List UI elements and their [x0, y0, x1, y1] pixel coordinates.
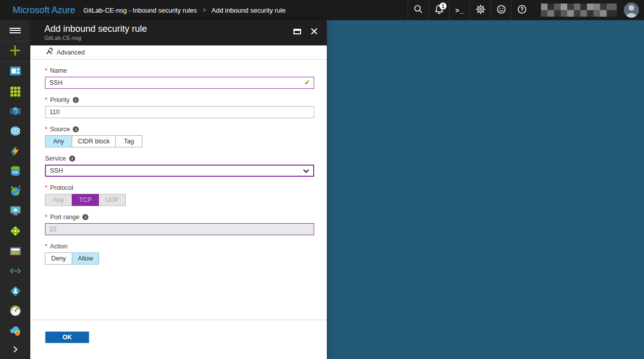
virtual-network-icon: [9, 265, 22, 279]
tools-icon: [45, 47, 53, 57]
breadcrumb-separator: >: [203, 7, 206, 14]
protocol-toggle: Any TCP UDP: [45, 194, 314, 206]
sidebar-item-virtual-networks[interactable]: [0, 262, 30, 282]
vm-monitor-icon: [9, 204, 22, 219]
source-info-icon[interactable]: i: [73, 126, 79, 132]
gear-icon: [475, 4, 486, 17]
maximize-icon[interactable]: [293, 29, 301, 34]
notifications-button[interactable]: 1: [428, 0, 449, 20]
required-marker: *: [45, 96, 47, 104]
cloud-shell-button[interactable]: >_: [449, 0, 470, 20]
sql-database-icon: SQL: [9, 165, 22, 179]
sidebar-item-app-services[interactable]: [0, 122, 30, 142]
required-marker: *: [45, 214, 47, 221]
portal-backdrop: [327, 20, 644, 359]
protocol-option-udp: UDP: [98, 194, 126, 206]
search-icon: [413, 4, 423, 16]
priority-input[interactable]: [45, 106, 314, 118]
sidebar-item-all-resources[interactable]: [0, 82, 30, 102]
load-balancer-icon: [9, 225, 22, 239]
action-label: Action: [50, 243, 68, 250]
plus-icon: [9, 44, 22, 59]
action-field-group: * Action Deny Allow: [45, 243, 314, 265]
advisor-cloud-icon: [9, 325, 22, 339]
priority-field-group: * Priority i: [45, 96, 314, 118]
breadcrumb-parent[interactable]: GitLab-CE-nsg - Inbound security rules: [83, 7, 197, 14]
source-option-cidr-block[interactable]: CIDR block: [72, 135, 116, 147]
help-button[interactable]: ?: [511, 0, 532, 20]
chevron-right-icon: [11, 345, 20, 356]
service-info-icon[interactable]: i: [69, 156, 75, 162]
sidebar-item-active-directory[interactable]: [0, 282, 30, 302]
grid-icon: [9, 85, 21, 99]
sidebar-item-menu[interactable]: [0, 20, 30, 41]
source-option-tag[interactable]: Tag: [115, 135, 142, 147]
required-marker: *: [45, 184, 47, 191]
action-option-allow[interactable]: Allow: [72, 252, 99, 265]
sidebar-item-cosmos-db[interactable]: [0, 182, 30, 202]
search-button[interactable]: [408, 0, 428, 20]
svg-text:SQL: SQL: [12, 171, 19, 174]
required-marker: *: [45, 243, 47, 250]
avatar-person-icon: [629, 5, 634, 11]
sidebar-item-function-apps[interactable]: [0, 142, 30, 162]
svg-text:?: ?: [520, 6, 523, 12]
name-label: Name: [50, 67, 67, 74]
sidebar-expand-button[interactable]: [0, 342, 30, 359]
protocol-label: Protocol: [50, 184, 73, 191]
breadcrumb: GitLab-CE-nsg - Inbound security rules >…: [83, 7, 285, 14]
protocol-field-group: * Protocol Any TCP UDP: [45, 184, 314, 206]
sidebar-item-advisor[interactable]: [0, 322, 30, 342]
sidebar-item-resource-groups[interactable]: [0, 102, 30, 122]
sidebar-item-storage-accounts[interactable]: [0, 242, 30, 262]
service-selected-value: SSH: [50, 167, 63, 174]
blade-form: * Name ✓ * Priority i * So: [30, 60, 327, 320]
sidebar-item-dashboard[interactable]: [0, 62, 30, 82]
close-icon[interactable]: [311, 28, 318, 35]
hamburger-icon: [10, 26, 21, 34]
port-range-field-group: * Port range i: [45, 214, 314, 235]
valid-check-icon: ✓: [304, 79, 310, 86]
cube-brackets-icon: [9, 105, 22, 120]
source-field-group: * Source i Any CIDR block Tag: [45, 126, 314, 147]
name-field-group: * Name ✓: [45, 67, 314, 89]
help-icon: ?: [517, 4, 527, 17]
advanced-button[interactable]: Advanced: [30, 45, 327, 60]
source-toggle: Any CIDR block Tag: [45, 135, 314, 147]
azure-logo[interactable]: Microsoft Azure: [0, 5, 75, 16]
sidebar-item-load-balancers[interactable]: [0, 222, 30, 242]
priority-label: Priority: [50, 96, 70, 104]
avatar[interactable]: [624, 3, 639, 18]
feedback-button[interactable]: [490, 0, 511, 20]
port-range-info-icon[interactable]: i: [82, 214, 88, 220]
sidebar-item-virtual-machines[interactable]: [0, 202, 30, 222]
required-marker: *: [45, 67, 47, 74]
settings-button[interactable]: [470, 0, 490, 20]
source-label: Source: [50, 126, 70, 133]
priority-info-icon[interactable]: i: [73, 97, 79, 103]
name-input[interactable]: [45, 77, 314, 89]
blade-subtitle: GitLab-CE-nsg: [44, 35, 327, 41]
ok-button[interactable]: OK: [45, 331, 89, 343]
service-field-group: Service i SSH: [45, 155, 314, 177]
source-option-any[interactable]: Any: [45, 135, 72, 147]
sidebar-item-sql-databases[interactable]: SQL: [0, 162, 30, 182]
topbar: Microsoft Azure GitLab-CE-nsg - Inbound …: [0, 0, 644, 20]
breadcrumb-current: Add inbound security rule: [212, 7, 286, 14]
backdrop-edge: [327, 20, 330, 359]
service-select[interactable]: SSH: [45, 165, 314, 177]
sidebar-item-monitor[interactable]: [0, 302, 30, 322]
port-range-input: [45, 223, 314, 235]
action-option-deny[interactable]: Deny: [45, 252, 72, 265]
storage-icon: [9, 245, 22, 260]
sidebar-item-create-resource[interactable]: [0, 41, 30, 63]
protocol-option-any: Any: [45, 194, 72, 206]
lightning-icon: [9, 145, 22, 160]
topbar-actions: 1 >_: [408, 0, 644, 20]
main-area: SQL: [0, 20, 644, 359]
gauge-icon: [9, 304, 22, 319]
service-label: Service: [45, 155, 66, 162]
blade-header: Add inbound security rule GitLab-CE-nsg: [30, 20, 327, 45]
redacted-user-info: [541, 4, 617, 17]
aad-diamond-icon: [9, 285, 22, 299]
